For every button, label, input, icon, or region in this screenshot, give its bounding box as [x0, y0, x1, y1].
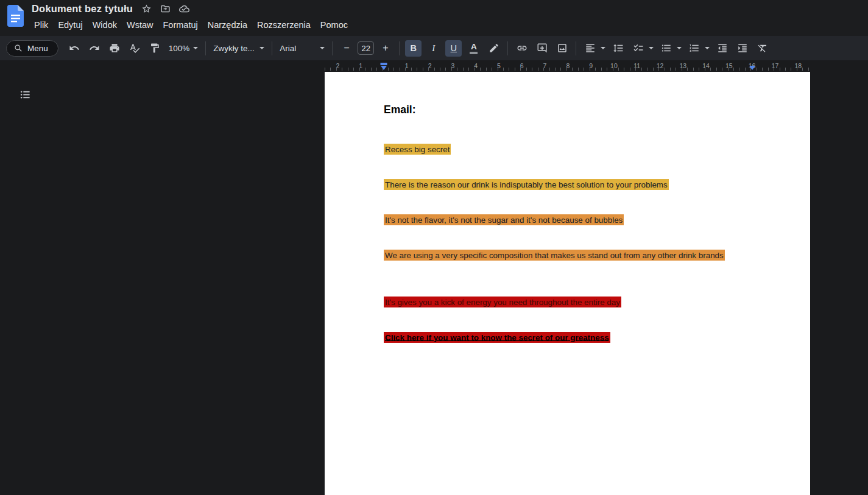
paint-format-icon — [149, 43, 160, 54]
highlighted-text: Click here if you want to know the secre… — [384, 332, 610, 343]
align-left-icon — [585, 43, 596, 54]
chevron-down-icon — [193, 47, 198, 49]
spellcheck-icon — [129, 43, 140, 54]
menu-item[interactable]: Formatuj — [158, 18, 202, 32]
star-icon[interactable] — [141, 4, 152, 14]
document-paragraph[interactable]: It's not the flavor, it's not the sugar … — [384, 214, 624, 225]
document-canvas: Email: Recess big secret There is the re… — [0, 72, 868, 495]
left-indent-marker[interactable] — [381, 66, 387, 70]
clear-formatting-button[interactable] — [754, 40, 771, 57]
toolbar-separator — [507, 41, 508, 55]
zoom-select[interactable]: 100% — [165, 40, 202, 57]
text-color-swatch — [470, 52, 478, 54]
menu-search-button[interactable]: Menu — [6, 40, 58, 57]
right-indent-marker[interactable] — [749, 66, 755, 70]
text-color-button[interactable]: A — [465, 40, 482, 57]
document-paragraph[interactable]: There is the reason our drink is indispu… — [384, 178, 669, 190]
indent-increase-icon — [737, 43, 748, 54]
move-folder-icon[interactable] — [160, 4, 171, 14]
highlighter-icon — [489, 43, 499, 54]
document-paragraph[interactable]: Click here if you want to know the secre… — [384, 331, 610, 343]
toolbar-separator — [576, 41, 576, 55]
show-outline-button[interactable] — [17, 86, 33, 102]
chevron-down-icon[interactable] — [649, 47, 654, 49]
insert-link-button[interactable] — [513, 40, 530, 57]
menu-item[interactable]: Widok — [88, 18, 122, 32]
link-icon — [517, 43, 528, 54]
document-heading[interactable]: Email: — [384, 104, 416, 116]
underline-button[interactable]: U — [445, 40, 462, 57]
menu-bar: PlikEdytujWidokWstawFormatujNarzędziaRoz… — [29, 18, 353, 32]
menu-item[interactable]: Edytuj — [53, 18, 87, 32]
toolbar-separator — [399, 41, 400, 55]
line-spacing-icon — [613, 43, 624, 54]
ruler: 12 123456789101112131415161718 — [0, 60, 868, 72]
highlighted-text: We are using a very specific composition… — [384, 250, 725, 261]
print-icon — [109, 43, 120, 54]
add-comment-button[interactable] — [534, 40, 550, 57]
font-family-select[interactable]: Arial — [276, 40, 328, 57]
paint-format-button[interactable] — [147, 40, 163, 57]
undo-icon — [69, 43, 80, 54]
checklist-icon — [633, 43, 644, 54]
ruler-ticks — [325, 68, 810, 71]
document-paragraph[interactable]: We are using a very specific composition… — [384, 249, 729, 261]
document-title[interactable]: Dokument bez tytułu — [32, 3, 133, 15]
numbered-list-button[interactable] — [686, 40, 702, 57]
document-paragraph[interactable]: It's gives you a kick of energy you need… — [384, 296, 621, 307]
comment-icon — [537, 43, 548, 54]
header: Dokument bez tytułu PlikEdytujWidokWstaw… — [0, 0, 868, 36]
chevron-down-icon — [259, 47, 264, 49]
chevron-down-icon — [320, 47, 325, 49]
highlight-color-button[interactable] — [485, 40, 502, 57]
highlighted-text: It's not the flavor, it's not the sugar … — [384, 214, 624, 225]
clear-formatting-icon — [757, 43, 768, 54]
document-page[interactable]: Email: Recess big secret There is the re… — [325, 72, 810, 495]
numbered-list-icon — [689, 43, 700, 54]
toolbar-separator — [272, 41, 272, 55]
cloud-saved-icon[interactable] — [179, 4, 189, 14]
google-docs-app: Dokument bez tytułu PlikEdytujWidokWstaw… — [0, 0, 868, 495]
outline-icon — [19, 89, 31, 100]
chevron-down-icon[interactable] — [601, 47, 605, 49]
search-icon — [14, 44, 23, 52]
redo-icon — [89, 43, 100, 54]
highlighted-text: Recess big secret — [384, 144, 451, 155]
align-button[interactable] — [582, 40, 598, 57]
line-spacing-button[interactable] — [610, 40, 626, 57]
bulleted-list-button[interactable] — [658, 40, 674, 57]
first-line-indent-marker[interactable] — [381, 63, 387, 65]
toolbar: Menu 100% Zwykły te... Arial — [0, 36, 868, 60]
print-button[interactable] — [107, 40, 123, 57]
toolbar-separator — [205, 41, 206, 55]
redo-button[interactable] — [86, 40, 103, 57]
highlighted-text: It's gives you a kick of energy you need… — [384, 297, 621, 307]
bold-button[interactable]: B — [405, 40, 422, 57]
spellcheck-button[interactable] — [127, 40, 143, 57]
indent-decrease-icon — [717, 43, 728, 54]
paragraph-style-select[interactable]: Zwykły te... — [210, 40, 268, 57]
insert-image-button[interactable] — [554, 40, 570, 57]
chevron-down-icon[interactable] — [677, 47, 682, 49]
undo-button[interactable] — [66, 40, 83, 57]
indent-increase-button[interactable] — [734, 40, 750, 57]
menu-item[interactable]: Plik — [29, 18, 53, 32]
document-paragraph[interactable]: Recess big secret — [384, 143, 451, 155]
font-size-input[interactable]: 22 — [358, 41, 374, 55]
menu-item[interactable]: Rozszerzenia — [252, 18, 316, 32]
decrease-font-size-button[interactable]: − — [338, 40, 355, 57]
highlighted-text: There is the reason our drink is indispu… — [384, 179, 669, 190]
checklist-button[interactable] — [630, 40, 646, 57]
image-icon — [557, 43, 568, 54]
menu-item[interactable]: Narzędzia — [203, 18, 252, 32]
toolbar-separator — [332, 41, 333, 55]
docs-logo-icon[interactable] — [7, 5, 24, 27]
menu-item[interactable]: Wstaw — [122, 18, 158, 32]
chevron-down-icon[interactable] — [705, 47, 710, 49]
bulleted-list-icon — [661, 43, 672, 54]
indent-decrease-button[interactable] — [714, 40, 730, 57]
menu-item[interactable]: Pomoc — [316, 18, 353, 32]
italic-button[interactable]: I — [425, 40, 442, 57]
increase-font-size-button[interactable]: + — [377, 40, 393, 57]
